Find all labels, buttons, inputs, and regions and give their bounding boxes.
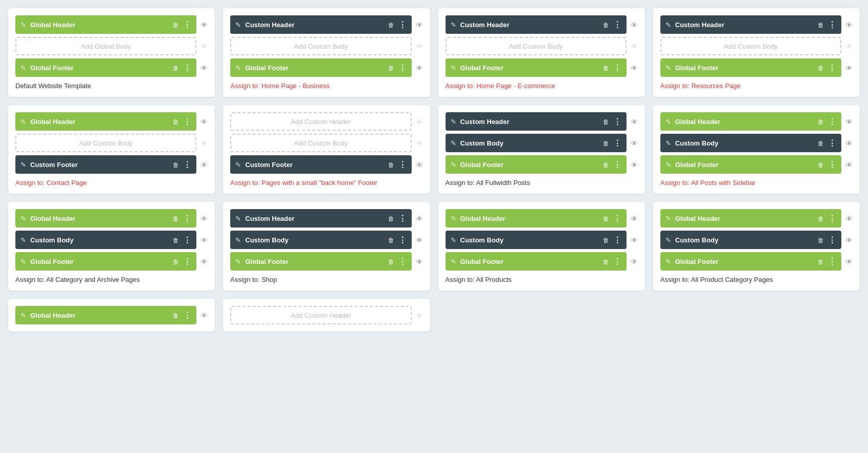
edit-button[interactable] bbox=[234, 213, 242, 223]
more-options-button[interactable] bbox=[397, 213, 408, 224]
more-options-button[interactable] bbox=[612, 234, 622, 246]
more-options-button[interactable] bbox=[182, 19, 192, 31]
visibility-toggle[interactable] bbox=[629, 159, 638, 170]
visibility-toggle[interactable] bbox=[414, 19, 423, 30]
visibility-toggle[interactable] bbox=[198, 235, 208, 245]
more-options-button[interactable] bbox=[612, 256, 622, 267]
visibility-toggle[interactable] bbox=[414, 256, 423, 267]
delete-button[interactable] bbox=[602, 213, 610, 223]
visibility-toggle[interactable] bbox=[629, 19, 638, 30]
more-options-button[interactable] bbox=[397, 62, 408, 74]
more-options-button[interactable] bbox=[397, 234, 408, 246]
visibility-toggle[interactable] bbox=[843, 138, 853, 149]
add-placeholder-bar[interactable]: Add Custom Body bbox=[15, 134, 196, 152]
more-options-button[interactable] bbox=[397, 256, 408, 267]
edit-button[interactable] bbox=[234, 63, 242, 73]
add-placeholder-bar[interactable]: Add Custom Body bbox=[230, 37, 411, 55]
visibility-toggle[interactable] bbox=[198, 310, 208, 321]
add-placeholder-bar[interactable]: Add Global Body bbox=[15, 37, 196, 55]
edit-button[interactable] bbox=[450, 213, 457, 223]
more-options-button[interactable] bbox=[182, 116, 192, 128]
edit-button[interactable] bbox=[664, 116, 672, 127]
edit-button[interactable] bbox=[450, 159, 457, 170]
delete-button[interactable] bbox=[817, 138, 825, 148]
visibility-toggle[interactable] bbox=[629, 138, 638, 149]
edit-button[interactable] bbox=[664, 138, 672, 148]
edit-button[interactable] bbox=[664, 19, 672, 30]
visibility-toggle[interactable] bbox=[198, 116, 208, 127]
visibility-toggle[interactable] bbox=[629, 116, 638, 127]
visibility-toggle[interactable] bbox=[198, 138, 208, 149]
visibility-toggle[interactable] bbox=[414, 63, 423, 73]
edit-button[interactable] bbox=[450, 116, 457, 127]
delete-button[interactable] bbox=[387, 63, 395, 73]
visibility-toggle[interactable] bbox=[414, 138, 423, 149]
edit-button[interactable] bbox=[450, 256, 457, 266]
more-options-button[interactable] bbox=[612, 159, 622, 171]
more-options-button[interactable] bbox=[612, 62, 622, 74]
more-options-button[interactable] bbox=[182, 213, 192, 224]
visibility-toggle[interactable] bbox=[843, 159, 853, 170]
visibility-toggle[interactable] bbox=[414, 159, 423, 170]
edit-button[interactable] bbox=[234, 235, 242, 245]
edit-button[interactable] bbox=[234, 256, 242, 266]
visibility-toggle[interactable] bbox=[843, 256, 853, 267]
visibility-toggle[interactable] bbox=[843, 213, 853, 224]
visibility-toggle[interactable] bbox=[629, 41, 638, 52]
more-options-button[interactable] bbox=[827, 116, 837, 128]
more-options-button[interactable] bbox=[827, 137, 837, 149]
delete-button[interactable] bbox=[602, 138, 610, 148]
add-placeholder-bar[interactable]: Add Custom Body bbox=[230, 134, 411, 152]
edit-button[interactable] bbox=[664, 159, 672, 170]
delete-button[interactable] bbox=[172, 19, 180, 30]
delete-button[interactable] bbox=[602, 256, 610, 266]
delete-button[interactable] bbox=[817, 213, 825, 223]
more-options-button[interactable] bbox=[827, 159, 837, 171]
delete-button[interactable] bbox=[602, 116, 610, 127]
visibility-toggle[interactable] bbox=[629, 63, 638, 73]
delete-button[interactable] bbox=[817, 19, 825, 30]
visibility-toggle[interactable] bbox=[843, 116, 853, 127]
visibility-toggle[interactable] bbox=[198, 213, 208, 224]
more-options-button[interactable] bbox=[827, 62, 837, 74]
edit-button[interactable] bbox=[664, 256, 672, 266]
edit-button[interactable] bbox=[19, 213, 27, 223]
edit-button[interactable] bbox=[664, 63, 672, 73]
more-options-button[interactable] bbox=[612, 19, 622, 31]
delete-button[interactable] bbox=[172, 116, 180, 127]
more-options-button[interactable] bbox=[612, 213, 622, 224]
delete-button[interactable] bbox=[817, 116, 825, 127]
visibility-toggle[interactable] bbox=[414, 213, 423, 224]
edit-button[interactable] bbox=[450, 63, 457, 73]
more-options-button[interactable] bbox=[182, 159, 192, 171]
delete-button[interactable] bbox=[602, 63, 610, 73]
edit-button[interactable] bbox=[450, 235, 457, 245]
add-placeholder-bar[interactable]: Add Custom Header bbox=[230, 306, 411, 324]
delete-button[interactable] bbox=[817, 63, 825, 73]
edit-button[interactable] bbox=[450, 19, 457, 30]
edit-button[interactable] bbox=[19, 63, 27, 73]
delete-button[interactable] bbox=[602, 19, 610, 30]
more-options-button[interactable] bbox=[182, 256, 192, 267]
more-options-button[interactable] bbox=[827, 213, 837, 224]
edit-button[interactable] bbox=[664, 213, 672, 223]
more-options-button[interactable] bbox=[827, 19, 837, 31]
edit-button[interactable] bbox=[19, 159, 27, 170]
visibility-toggle[interactable] bbox=[629, 256, 638, 267]
visibility-toggle[interactable] bbox=[843, 41, 853, 52]
visibility-toggle[interactable] bbox=[629, 213, 638, 224]
visibility-toggle[interactable] bbox=[198, 19, 208, 30]
more-options-button[interactable] bbox=[182, 62, 192, 74]
more-options-button[interactable] bbox=[827, 234, 837, 246]
edit-button[interactable] bbox=[664, 235, 672, 245]
edit-button[interactable] bbox=[19, 19, 27, 30]
more-options-button[interactable] bbox=[182, 234, 192, 246]
delete-button[interactable] bbox=[387, 159, 395, 170]
delete-button[interactable] bbox=[172, 159, 180, 170]
add-placeholder-bar[interactable]: Add Custom Body bbox=[446, 37, 627, 55]
delete-button[interactable] bbox=[172, 235, 180, 245]
edit-button[interactable] bbox=[19, 116, 27, 127]
more-options-button[interactable] bbox=[612, 137, 622, 149]
delete-button[interactable] bbox=[387, 235, 395, 245]
visibility-toggle[interactable] bbox=[629, 235, 638, 245]
